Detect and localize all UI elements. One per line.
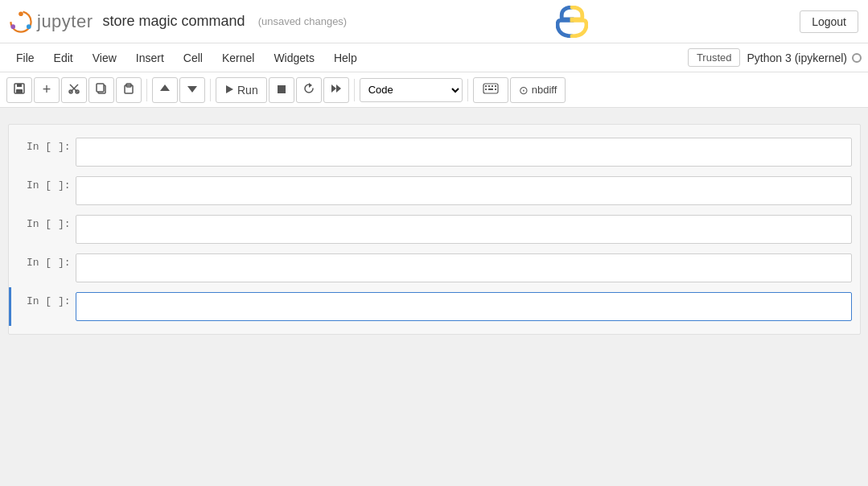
svg-rect-7 [17, 84, 22, 87]
menu-edit[interactable]: Edit [44, 48, 83, 68]
svg-marker-21 [309, 83, 312, 88]
svg-rect-26 [488, 85, 490, 87]
notebook-title[interactable]: store magic command [103, 13, 245, 30]
unsaved-indicator: (unsaved changes) [258, 15, 348, 27]
run-label: Run [237, 84, 258, 97]
jupyter-wordmark: jupyter [37, 11, 93, 32]
nbdiff-button[interactable]: ⊙ nbdiff [510, 77, 566, 103]
cell-input-5[interactable] [76, 292, 852, 321]
kernel-info: Python 3 (ipykernel) [747, 51, 862, 64]
kernel-status-circle [852, 53, 862, 63]
svg-rect-27 [492, 85, 493, 87]
cell-input-1[interactable] [76, 138, 852, 167]
nbdiff-label: nbdiff [532, 84, 557, 96]
copy-button[interactable] [88, 77, 114, 103]
cell-label-5: In [ ]: [11, 289, 76, 314]
arrow-down-icon [187, 83, 198, 97]
cell-input-3[interactable] [76, 215, 852, 244]
fast-forward-icon [330, 82, 343, 97]
svg-point-3 [27, 24, 31, 29]
cut-button[interactable] [61, 77, 87, 103]
add-cell-button[interactable]: + [34, 77, 60, 103]
cell-label-3: In [ ]: [11, 212, 76, 237]
separator-3 [354, 79, 355, 101]
cell-row-5: In [ ]: [9, 287, 860, 326]
separator-4 [467, 79, 468, 101]
trusted-badge[interactable]: Trusted [688, 48, 741, 67]
notebook-inner: In [ ]: In [ ]: In [ ]: In [ ]: In [ ]: [8, 124, 861, 335]
separator-2 [210, 79, 211, 101]
svg-rect-28 [495, 85, 496, 87]
cell-row-1: In [ ]: [9, 133, 860, 171]
move-down-button[interactable] [179, 77, 205, 103]
keyboard-shortcuts-button[interactable] [473, 77, 508, 103]
jupyter-logo-icon [10, 10, 32, 33]
svg-point-1 [19, 11, 23, 16]
menu-view[interactable]: View [83, 48, 126, 68]
move-up-button[interactable] [152, 77, 178, 103]
stop-icon [277, 83, 286, 97]
stop-button[interactable] [269, 77, 294, 103]
cell-row-3: In [ ]: [9, 210, 860, 249]
cell-input-4[interactable] [76, 253, 852, 282]
svg-rect-29 [485, 89, 487, 90]
svg-point-5 [574, 28, 577, 31]
svg-rect-31 [495, 89, 496, 90]
separator-1 [146, 79, 147, 101]
svg-rect-14 [97, 84, 104, 92]
cell-label-2: In [ ]: [11, 173, 76, 198]
svg-marker-17 [160, 84, 170, 91]
restart-icon [302, 82, 315, 97]
restart-button[interactable] [296, 77, 322, 103]
menu-help[interactable]: Help [324, 48, 367, 68]
logo-area: jupyter [10, 10, 93, 33]
paste-icon [122, 82, 135, 97]
cell-row-4: In [ ]: [9, 249, 860, 287]
cell-input-2[interactable] [76, 176, 852, 205]
cell-label-1: In [ ]: [11, 134, 76, 159]
menu-file[interactable]: File [6, 48, 44, 68]
toolbar: + Run [0, 72, 868, 108]
python-logo-icon [556, 6, 588, 38]
menu-widgets[interactable]: Widgets [264, 48, 324, 68]
menubar: File Edit View Insert Cell Kernel Widget… [0, 43, 868, 72]
svg-marker-22 [331, 84, 336, 93]
clock-icon: ⊙ [519, 84, 529, 97]
svg-rect-20 [278, 85, 286, 93]
copy-icon [95, 82, 108, 97]
cell-row-2: In [ ]: [9, 171, 860, 210]
svg-rect-8 [16, 89, 23, 93]
save-icon [13, 82, 26, 97]
cell-type-select[interactable]: Code Markdown Raw NBConvert Heading [360, 78, 463, 102]
svg-marker-23 [336, 84, 341, 93]
keyboard-icon [483, 83, 499, 97]
notebook-container: In [ ]: In [ ]: In [ ]: In [ ]: In [ ]: [0, 108, 868, 486]
kernel-name-label: Python 3 (ipykernel) [747, 51, 847, 64]
svg-point-4 [566, 12, 569, 14]
save-button[interactable] [6, 77, 32, 103]
logout-button[interactable]: Logout [800, 10, 858, 33]
run-triangle-icon [224, 84, 234, 97]
svg-marker-19 [226, 85, 233, 93]
cell-label-4: In [ ]: [11, 250, 76, 275]
paste-button[interactable] [116, 77, 142, 103]
plus-icon: + [43, 81, 51, 98]
menu-insert[interactable]: Insert [126, 48, 174, 68]
arrow-up-icon [159, 83, 171, 97]
svg-marker-18 [187, 86, 197, 93]
svg-point-2 [10, 24, 15, 29]
fast-forward-button[interactable] [323, 77, 349, 103]
run-button[interactable]: Run [216, 77, 267, 103]
cut-icon [68, 82, 80, 97]
header: jupyter store magic command (unsaved cha… [0, 0, 868, 43]
svg-rect-25 [485, 85, 487, 87]
menu-cell[interactable]: Cell [174, 48, 212, 68]
menu-kernel[interactable]: Kernel [212, 48, 264, 68]
svg-rect-30 [488, 89, 493, 90]
